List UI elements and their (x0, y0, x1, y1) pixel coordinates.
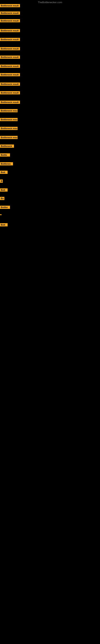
bottleneck-badge-14: Bottleneck resu (0, 118, 18, 121)
bottleneck-badge-23: Bo (0, 197, 4, 200)
bottleneck-badge-3: Bottleneck result (0, 19, 20, 22)
bottleneck-badge-21: B (0, 180, 3, 183)
bottleneck-badge-11: Bottleneck result (0, 91, 20, 94)
bottleneck-badge-15: Bottleneck resu (0, 127, 18, 130)
bottleneck-badge-10: Bottleneck result (0, 82, 20, 86)
site-title: TheBottlenecker.com (0, 1, 100, 4)
bottleneck-badge-1: Bottleneck result (0, 4, 20, 7)
bottleneck-badge-2: Bottleneck result (0, 12, 20, 15)
bottleneck-badge-5: Bottleneck result (0, 38, 20, 41)
bottleneck-badge-17: Bottleneck (0, 144, 14, 148)
bottleneck-badge-16: Bottleneck resu (0, 136, 18, 139)
bottleneck-badge-24: Bottler (0, 206, 10, 209)
bottleneck-badge-20: Bott (0, 171, 8, 174)
bottleneck-badge-7: Bottleneck result (0, 56, 20, 59)
bottleneck-badge-13: Bottleneck resu (0, 109, 18, 112)
bottleneck-badge-12: Bottleneck result (0, 100, 20, 104)
bottleneck-badge-22: Bott (0, 188, 8, 192)
bottleneck-badge-6: Bottleneck result (0, 47, 20, 50)
bottleneck-badge-19: Bottlenec (0, 162, 13, 166)
bottleneck-badge-26: Bott (0, 223, 8, 226)
bottleneck-badge-18: Bottle (0, 153, 10, 156)
bottleneck-badge-9: Bottleneck result (0, 73, 20, 76)
bottleneck-badge-8: Bottleneck result (0, 64, 20, 68)
bottleneck-badge-25 (0, 214, 1, 215)
bottleneck-badge-4: Bottleneck result (0, 29, 20, 32)
